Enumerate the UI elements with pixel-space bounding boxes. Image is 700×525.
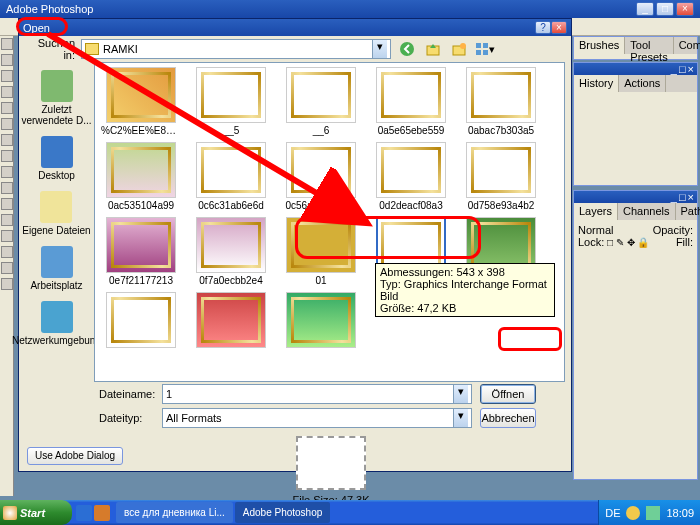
places-item[interactable]: Zuletzt verwendete D... [21,70,92,126]
preview-thumbnail [296,436,366,490]
places-item[interactable]: Eigene Dateien [22,191,90,236]
open-button[interactable]: Öffnen [480,384,536,404]
places-bar: Zuletzt verwendete D...DesktopEigene Dat… [19,62,94,382]
help-button[interactable]: ? [535,21,551,34]
file-thumb[interactable]: 0abac7b303a5 [459,67,543,136]
file-thumb[interactable]: 01 [279,217,363,286]
back-icon[interactable] [397,39,417,59]
firefox-icon[interactable] [94,505,110,521]
tray-icon[interactable] [626,506,640,520]
dialog-title: Open [23,22,50,34]
folder-icon [85,43,99,55]
svg-point-3 [460,43,466,49]
filename-label: Dateiname: [99,388,154,400]
cancel-button[interactable]: Abbrechen [480,408,536,428]
file-list[interactable]: %C2%EE%E8%ED%...__5__60a5e65ebe5590abac7… [94,62,565,382]
file-thumb[interactable]: 0ac535104a99 [99,142,183,211]
file-thumb[interactable]: 0a5e65ebe559 [369,67,453,136]
file-thumb[interactable]: 0e7f21177213 [99,217,183,286]
taskbar-item[interactable]: все для дневника Li... [116,502,233,523]
app-title: Adobe Photoshop [6,3,93,15]
open-dialog: Open ? × Suchen in: RAMKI ▾ ▾ Zuletzt ve… [18,18,572,472]
file-thumb[interactable]: __5 [189,67,273,136]
show-desktop-icon[interactable] [76,505,92,521]
clock[interactable]: 18:09 [666,507,694,519]
maximize-button[interactable]: □ [656,2,674,16]
chevron-down-icon[interactable]: ▾ [453,409,468,427]
file-thumb[interactable]: 0d2deacf08a3 [369,142,453,211]
file-thumb[interactable]: %C2%EE%E8%ED%... [99,67,183,136]
places-item[interactable]: Netzwerkumgebung [12,301,101,346]
views-icon[interactable]: ▾ [475,39,495,59]
dialog-close-button[interactable]: × [551,21,567,34]
close-button[interactable]: × [676,2,694,16]
panel-history[interactable]: _□× HistoryActions [573,62,698,186]
panel-brushes[interactable]: BrushesTool PresetsComps [573,36,698,60]
minimize-button[interactable]: _ [636,2,654,16]
lookin-label: Suchen in: [25,37,75,61]
quick-launch[interactable] [72,505,114,521]
svg-rect-4 [476,43,481,48]
file-thumb[interactable] [99,292,183,350]
svg-rect-5 [483,43,488,48]
file-thumb[interactable]: 0c6c31ab6e6d [189,142,273,211]
file-thumb[interactable]: 0f7a0ecbb2e4 [189,217,273,286]
ps-titlebar: Adobe Photoshop _ □ × [0,0,700,18]
svg-rect-6 [476,50,481,55]
taskbar-item[interactable]: Adobe Photoshop [235,502,331,523]
tray-icon[interactable] [646,506,660,520]
filename-field[interactable]: 1▾ [162,384,472,404]
places-item[interactable]: Desktop [38,136,75,181]
filetype-field[interactable]: All Formats▾ [162,408,472,428]
file-tooltip: Abmessungen: 543 x 398 Typ: Graphics Int… [375,263,555,317]
new-folder-icon[interactable] [449,39,469,59]
svg-point-0 [400,42,414,56]
lang-indicator[interactable]: DE [605,507,620,519]
ps-toolbox[interactable] [0,36,14,496]
svg-rect-7 [483,50,488,55]
file-thumb[interactable]: 0c56ad262a18c [279,142,363,211]
lookin-dropdown[interactable]: RAMKI ▾ [81,39,391,59]
file-thumb[interactable] [189,292,273,350]
filetype-label: Dateityp: [99,412,154,424]
dialog-titlebar: Open ? × [19,19,571,36]
use-adobe-dialog-button[interactable]: Use Adobe Dialog [27,447,123,465]
chevron-down-icon[interactable]: ▾ [372,40,387,58]
panel-layers[interactable]: _□× LayersChannelsPaths Normal Opacity: … [573,190,698,480]
file-thumb[interactable] [279,292,363,350]
file-thumb[interactable]: 0d758e93a4b2 [459,142,543,211]
chevron-down-icon[interactable]: ▾ [453,385,468,403]
start-button[interactable]: Start [0,500,72,525]
file-thumb[interactable]: __6 [279,67,363,136]
taskbar: Start все для дневника Li...Adobe Photos… [0,500,700,525]
places-item[interactable]: Arbeitsplatz [30,246,82,291]
system-tray[interactable]: DE 18:09 [598,500,700,525]
up-icon[interactable] [423,39,443,59]
